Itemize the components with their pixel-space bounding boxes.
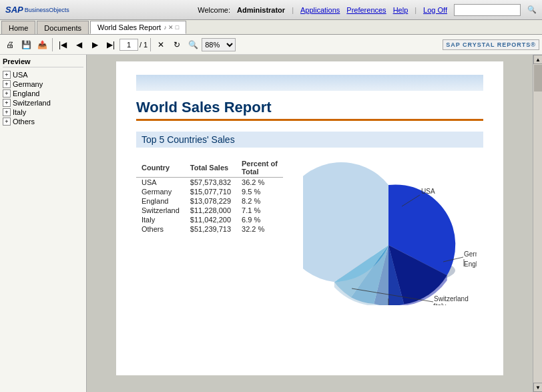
preview-label: Preview bbox=[3, 57, 83, 67]
table-body: USA$57,573,83236.2 %Germany$15,077,7109.… bbox=[136, 178, 283, 234]
tab-documents[interactable]: Documents bbox=[37, 21, 89, 34]
col-total-sales: Total Sales bbox=[185, 158, 236, 178]
tab-icons: ♪ ✕ □ bbox=[164, 24, 179, 31]
search-input[interactable] bbox=[454, 4, 521, 16]
expand-usa[interactable]: + bbox=[3, 71, 11, 79]
cell-percent: 7.1 % bbox=[236, 206, 283, 215]
page-prev-btn[interactable]: ◀ bbox=[71, 37, 86, 52]
sap-text: SAP bbox=[5, 5, 23, 15]
scroll-down-btn[interactable]: ▼ bbox=[533, 383, 542, 392]
cell-percent: 36.2 % bbox=[236, 178, 283, 188]
data-table: Country Total Sales Percent ofTotal USA$… bbox=[136, 158, 283, 305]
scrollbar: ▲ ▼ bbox=[533, 55, 542, 392]
sap-logo: SAP BusinessObjects bbox=[5, 5, 69, 15]
page-input[interactable] bbox=[119, 39, 138, 51]
table-row: England$13,078,2298.2 % bbox=[136, 196, 283, 206]
cell-country: England bbox=[136, 196, 185, 206]
cell-country: Germany bbox=[136, 187, 185, 196]
cell-country: Italy bbox=[136, 215, 185, 224]
top-nav: Welcome: Administrator | Applications Pr… bbox=[198, 4, 537, 16]
preferences-link[interactable]: Preferences bbox=[346, 6, 386, 14]
bo-text: BusinessObjects bbox=[25, 7, 69, 13]
toolbar-save-btn[interactable]: 💾 bbox=[19, 37, 33, 52]
col-percent: Percent ofTotal bbox=[236, 158, 283, 178]
report-divider bbox=[136, 119, 483, 121]
tree-item-italy[interactable]: + Italy bbox=[3, 108, 83, 117]
table-row: Italy$11,042,2006.9 % bbox=[136, 215, 283, 224]
cell-percent: 8.2 % bbox=[236, 196, 283, 206]
tree-label-usa: USA bbox=[13, 71, 28, 79]
scroll-up-btn[interactable]: ▲ bbox=[533, 55, 542, 64]
cell-percent: 32.2 % bbox=[236, 224, 283, 234]
logoff-link[interactable]: Log Off bbox=[423, 6, 447, 14]
report-page: World Sales Report Top 5 Countries' Sale… bbox=[116, 61, 503, 375]
table-row: Others$51,239,71332.2 % bbox=[136, 224, 283, 234]
data-section: Country Total Sales Percent ofTotal USA$… bbox=[136, 158, 483, 305]
tree-label-germany: Germany bbox=[13, 80, 43, 88]
page-total: / 1 bbox=[140, 41, 148, 49]
pie-chart-container: USA Germany England Switzerland Italy bbox=[296, 158, 483, 305]
welcome-label: Welcome: bbox=[198, 6, 230, 14]
tree-item-others[interactable]: + Others bbox=[3, 117, 83, 126]
label-germany: Germany bbox=[464, 250, 477, 258]
cell-country: Switzerland bbox=[136, 206, 185, 215]
search-icon[interactable]: 🔍 bbox=[527, 5, 537, 14]
col-country: Country bbox=[136, 158, 185, 178]
cell-sales: $15,077,710 bbox=[185, 187, 236, 196]
table-row: USA$57,573,83236.2 % bbox=[136, 178, 283, 188]
cell-percent: 6.9 % bbox=[236, 215, 283, 224]
cell-country: Others bbox=[136, 224, 185, 234]
tree-label-switzerland: Switzerland bbox=[13, 99, 51, 107]
cell-sales: $11,228,000 bbox=[185, 206, 236, 215]
toolbar-print-btn[interactable]: 🖨 bbox=[3, 37, 17, 52]
tree-label-others: Others bbox=[13, 118, 35, 126]
user-name: Administrator bbox=[237, 6, 285, 14]
page-first-btn[interactable]: |◀ bbox=[55, 37, 70, 52]
expand-switzerland[interactable]: + bbox=[3, 99, 11, 107]
main-area: Preview + USA + Germany + England + Swit… bbox=[0, 55, 542, 392]
applications-link[interactable]: Applications bbox=[300, 6, 340, 14]
tree-item-england[interactable]: + England bbox=[3, 89, 83, 98]
tree-item-switzerland[interactable]: + Switzerland bbox=[3, 98, 83, 108]
label-england: England bbox=[464, 260, 477, 268]
pie-chart-svg: USA Germany England Switzerland Italy bbox=[303, 158, 477, 305]
toolbar-separator-1 bbox=[52, 38, 53, 51]
label-switzerland: Switzerland bbox=[434, 295, 469, 303]
toolbar: 🖨 💾 📤 |◀ ◀ ▶ ▶| / 1 ✕ ↻ 🔍 88% 100% 75% 5… bbox=[0, 35, 542, 55]
expand-england[interactable]: + bbox=[3, 89, 11, 97]
section-title: Top 5 Countries' Sales bbox=[136, 132, 483, 148]
toolbar-export-btn[interactable]: 📤 bbox=[35, 37, 49, 52]
expand-italy[interactable]: + bbox=[3, 108, 11, 116]
cell-country: USA bbox=[136, 178, 185, 188]
expand-germany[interactable]: + bbox=[3, 80, 11, 88]
top-bar: SAP BusinessObjects Welcome: Administrat… bbox=[0, 0, 542, 20]
tree-label-england: England bbox=[13, 89, 39, 97]
cell-sales: $57,573,832 bbox=[185, 178, 236, 188]
tree-item-germany[interactable]: + Germany bbox=[3, 79, 83, 89]
report-title: World Sales Report bbox=[136, 99, 483, 116]
page-last-btn[interactable]: ▶| bbox=[103, 37, 118, 52]
tab-home[interactable]: Home bbox=[1, 21, 35, 34]
toolbar-stop-btn[interactable]: ✕ bbox=[154, 37, 168, 52]
left-panel: Preview + USA + Germany + England + Swit… bbox=[0, 55, 87, 392]
cell-percent: 9.5 % bbox=[236, 187, 283, 196]
expand-others[interactable]: + bbox=[3, 118, 11, 126]
cell-sales: $11,042,200 bbox=[185, 215, 236, 224]
toolbar-refresh-btn[interactable]: ↻ bbox=[170, 37, 184, 52]
help-link[interactable]: Help bbox=[393, 6, 409, 14]
page-next-btn[interactable]: ▶ bbox=[87, 37, 102, 52]
tab-world-sales-report[interactable]: World Sales Report ♪ ✕ □ bbox=[90, 21, 186, 34]
table-row: Germany$15,077,7109.5 % bbox=[136, 187, 283, 196]
zoom-select[interactable]: 88% 100% 75% 50% bbox=[202, 38, 236, 51]
tree-label-italy: Italy bbox=[13, 108, 26, 116]
tab-bar: Home Documents World Sales Report ♪ ✕ □ bbox=[0, 20, 542, 35]
tree-item-usa[interactable]: + USA bbox=[3, 70, 83, 79]
label-usa: USA bbox=[421, 188, 435, 195]
toolbar-separator-2 bbox=[150, 38, 151, 51]
report-header-bar bbox=[136, 75, 483, 91]
crystal-reports-logo: SAP CRYSTAL REPORTS® bbox=[443, 39, 539, 50]
toolbar-search-btn[interactable]: 🔍 bbox=[186, 37, 200, 52]
scroll-thumb[interactable] bbox=[534, 65, 542, 91]
sales-table: Country Total Sales Percent ofTotal USA$… bbox=[136, 158, 283, 234]
scroll-track bbox=[533, 92, 542, 383]
